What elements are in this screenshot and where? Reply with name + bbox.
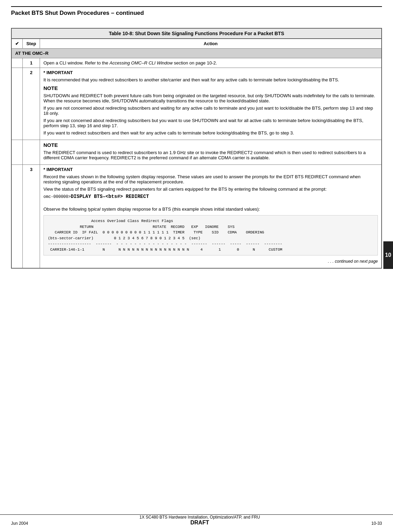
section-header-label: AT THE OMC–R bbox=[11, 49, 382, 58]
step2-p2: If you are not concerned about redirecti… bbox=[43, 118, 378, 128]
note-redirect-text: The REDIRECT command is used to redirect… bbox=[43, 150, 378, 160]
table-title: Table 10-8: Shut Down Site Signaling Fun… bbox=[11, 28, 382, 39]
page-header: Packet BTS Shut Down Procedures – contin… bbox=[11, 6, 382, 17]
step1-action: Open a CLI window. Refer to the Accessin… bbox=[40, 58, 382, 68]
step2-p3: If you want to redirect subscribers and … bbox=[43, 130, 378, 135]
step2-important-text: It is recommended that you redirect subs… bbox=[43, 77, 378, 82]
col-header-check: ✔ bbox=[11, 39, 23, 49]
step1-text-suffix: section on page 10-2. bbox=[173, 60, 217, 66]
step2-important-label: * IMPORTANT bbox=[43, 70, 73, 75]
footer-center: 1X SC480 BTS Hardware Installation, Opti… bbox=[139, 515, 260, 526]
step1-check bbox=[11, 58, 23, 68]
step3-important-label: * IMPORTANT bbox=[43, 167, 73, 172]
note-redirect-step bbox=[23, 140, 40, 165]
sidebar-number: 10 bbox=[385, 252, 391, 258]
table-row: NOTE The REDIRECT command is used to red… bbox=[11, 140, 382, 165]
col-header-action: Action bbox=[40, 39, 382, 49]
footer-center-line1: 1X SC480 BTS Hardware Installation, Opti… bbox=[139, 515, 260, 520]
step1-text-prefix: Open a CLI window. Refer to the bbox=[43, 60, 110, 66]
table-row: 2 * IMPORTANT It is recommended that you… bbox=[11, 68, 382, 140]
step3-action: * IMPORTANT Record the values shown in t… bbox=[40, 165, 382, 269]
page-container: Packet BTS Shut Down Procedures – contin… bbox=[0, 0, 393, 289]
step2-note-text: SHUTDOWN and REDIRECT both prevent futur… bbox=[43, 93, 378, 103]
step2-number: 2 bbox=[23, 68, 40, 140]
footer-left: Jun 2004 bbox=[11, 521, 28, 526]
page-subtitle: – continued bbox=[111, 10, 144, 16]
step3-check bbox=[11, 165, 23, 269]
page-title: Packet BTS Shut Down Procedures bbox=[11, 10, 109, 16]
section-header-row: AT THE OMC–R bbox=[11, 49, 382, 58]
step3-number: 3 bbox=[23, 165, 40, 269]
step3-command-prefix: omc-000000> bbox=[43, 194, 71, 199]
step3-command-bold: DISPLAY BTS–<bts#> REDIRECT bbox=[71, 194, 149, 199]
step3-observe-italic: typical bbox=[88, 207, 101, 212]
step3-p1: View the status of the BTS signaling red… bbox=[43, 187, 378, 192]
note-redirect-check bbox=[11, 140, 23, 165]
col-header-step: Step bbox=[23, 39, 40, 49]
step2-note-label: NOTE bbox=[43, 85, 58, 91]
continued-line: . . . continued on next page bbox=[43, 259, 378, 264]
step3-display-block: Access Overload Class Redirect Flags RET… bbox=[43, 215, 378, 255]
main-table: Table 10-8: Shut Down Site Signaling Fun… bbox=[11, 28, 382, 269]
step3-observe-suffix: system display response for a BTS (this … bbox=[102, 207, 260, 212]
step2-p1: If you are not concerned about redirecti… bbox=[43, 106, 378, 116]
footer-center-line2: DRAFT bbox=[139, 520, 260, 526]
step2-check bbox=[11, 68, 23, 140]
step1-number: 1 bbox=[23, 58, 40, 68]
note-redirect-label: NOTE bbox=[43, 142, 58, 148]
sidebar-tab: 10 bbox=[383, 241, 393, 269]
step1-italic: Accessing OMC–R CLI Window bbox=[110, 60, 173, 66]
table-row: 3 * IMPORTANT Record the values shown in… bbox=[11, 165, 382, 269]
step3-command-line: omc-000000>DISPLAY BTS–<bts#> REDIRECT bbox=[43, 194, 378, 199]
step3-important-text: Record the values shown in the following… bbox=[43, 174, 378, 184]
col-header-row: ✔ Step Action bbox=[11, 39, 382, 49]
table-title-row: Table 10-8: Shut Down Site Signaling Fun… bbox=[11, 28, 382, 39]
display-block-text: Access Overload Class Redirect Flags RET… bbox=[48, 219, 282, 252]
step3-observe-text: Observe the following typical system dis… bbox=[43, 207, 378, 212]
step2-note-block: NOTE SHUTDOWN and REDIRECT both prevent … bbox=[43, 85, 378, 103]
footer-right: 10-33 bbox=[371, 521, 382, 526]
table-row: 1 Open a CLI window. Refer to the Access… bbox=[11, 58, 382, 68]
step3-observe-prefix: Observe the following bbox=[43, 207, 87, 212]
page-footer: Jun 2004 1X SC480 BTS Hardware Installat… bbox=[0, 514, 393, 526]
note-redirect-action: NOTE The REDIRECT command is used to red… bbox=[40, 140, 382, 165]
step2-action: * IMPORTANT It is recommended that you r… bbox=[40, 68, 382, 140]
